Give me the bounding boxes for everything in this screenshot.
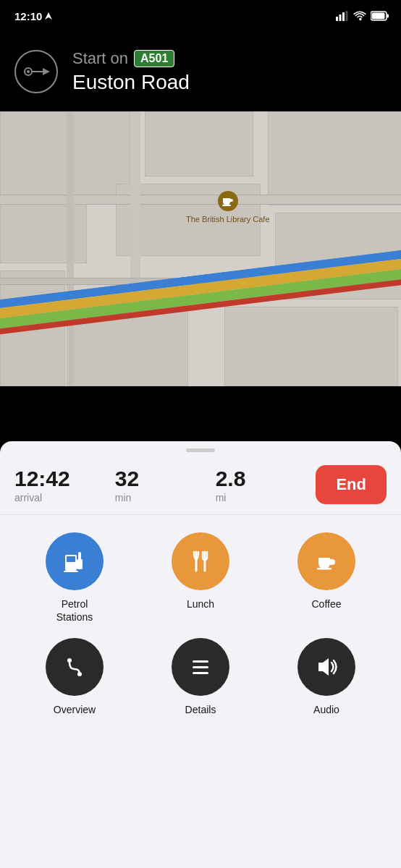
- petrol-label: Petrol Stations: [56, 597, 93, 624]
- overview-option[interactable]: Overview: [12, 638, 138, 716]
- details-label: Details: [185, 703, 216, 716]
- svg-point-23: [77, 672, 82, 676]
- arrival-time: 12:42 arrival: [14, 467, 115, 503]
- cafe-marker: The British Library Cafe: [186, 191, 270, 224]
- svg-point-17: [78, 552, 81, 555]
- road-name: Euston Road: [72, 71, 190, 94]
- svg-rect-25: [193, 666, 208, 668]
- details-option[interactable]: Details: [138, 638, 263, 716]
- svg-rect-18: [64, 571, 78, 572]
- coffee-label: Coffee: [312, 597, 342, 610]
- svg-marker-11: [43, 68, 50, 75]
- overview-circle: [46, 638, 104, 696]
- audio-label: Audio: [313, 703, 339, 716]
- svg-rect-4: [346, 11, 348, 21]
- svg-rect-2: [339, 14, 342, 21]
- route-icon: [14, 50, 58, 93]
- svg-rect-6: [372, 13, 385, 20]
- cafe-icon: [218, 191, 238, 211]
- coffee-option[interactable]: Coffee: [263, 532, 389, 624]
- svg-rect-26: [193, 672, 208, 674]
- status-time: 12:10: [14, 10, 52, 22]
- petrol-circle: [46, 532, 104, 590]
- svg-rect-3: [342, 12, 345, 21]
- svg-marker-0: [45, 12, 52, 20]
- status-bar: 12:10: [0, 0, 401, 32]
- lunch-option[interactable]: Lunch: [138, 532, 263, 624]
- location-icon: [45, 12, 52, 20]
- cafe-label: The British Library Cafe: [186, 214, 270, 224]
- options-grid: Petrol Stations Lunch Cof: [0, 515, 401, 723]
- svg-rect-24: [193, 660, 208, 663]
- svg-point-9: [27, 70, 30, 73]
- road-badge: A501: [134, 50, 174, 67]
- status-icons: [336, 11, 389, 21]
- lunch-label: Lunch: [187, 597, 214, 610]
- audio-circle: [297, 638, 355, 696]
- signal-icon: [336, 11, 349, 21]
- svg-rect-21: [317, 568, 332, 570]
- start-on-label: Start on: [72, 49, 128, 68]
- svg-rect-12: [222, 205, 231, 206]
- details-circle: [172, 638, 229, 696]
- lunch-circle: [172, 532, 229, 590]
- svg-rect-15: [77, 559, 83, 569]
- audio-option[interactable]: Audio: [263, 638, 389, 716]
- wifi-icon: [353, 11, 366, 21]
- eta-row: 12:42 arrival 32 min 2.8 mi End: [0, 452, 401, 515]
- svg-rect-14: [67, 556, 75, 562]
- eta-distance: 2.8 mi: [216, 467, 316, 503]
- bottom-panel: 12:42 arrival 32 min 2.8 mi End: [0, 441, 401, 868]
- nav-header: Start on A501 Euston Road: [0, 32, 401, 111]
- coffee-circle: [297, 532, 355, 590]
- overview-label: Overview: [54, 703, 96, 716]
- nav-text: Start on A501 Euston Road: [72, 49, 190, 94]
- petrol-stations-option[interactable]: Petrol Stations: [12, 532, 138, 624]
- eta-minutes: 32 min: [115, 467, 216, 503]
- map-area: The British Library Cafe: [0, 111, 401, 386]
- battery-icon: [371, 11, 389, 21]
- svg-marker-27: [318, 658, 329, 676]
- end-button[interactable]: End: [316, 465, 387, 504]
- start-on-line: Start on A501: [72, 49, 190, 68]
- svg-rect-7: [387, 14, 389, 18]
- svg-rect-1: [336, 17, 338, 21]
